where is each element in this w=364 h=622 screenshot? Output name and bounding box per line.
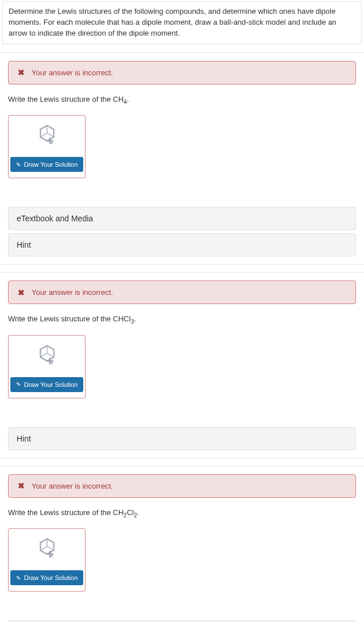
question-block-2: ✖ Your answer is incorrect. Write the Le… xyxy=(0,272,364,459)
x-icon: ✖ xyxy=(18,482,25,490)
etextbook-button[interactable]: eTextbook and Media xyxy=(8,207,356,230)
prompt-suffix: . xyxy=(137,508,140,517)
question-prompt: Write the Lewis structure of the CH4. xyxy=(8,95,356,105)
draw-solution-button[interactable]: ✎ Draw Your Solution xyxy=(10,377,84,392)
incorrect-alert: ✖ Your answer is incorrect. xyxy=(8,474,356,498)
pencil-icon: ✎ xyxy=(16,381,21,387)
hint-button[interactable]: Hint xyxy=(8,233,356,256)
molecule-draw-icon xyxy=(36,124,59,147)
molecule-draw-icon xyxy=(36,537,59,560)
draw-button-label: Draw Your Solution xyxy=(24,381,78,388)
draw-solution-button[interactable]: ✎ Draw Your Solution xyxy=(10,570,84,585)
prompt-prefix: Write the Lewis structure of the CH xyxy=(8,508,123,517)
etextbook-label: eTextbook and Media xyxy=(17,214,93,223)
prompt-mid: Cl xyxy=(127,508,134,517)
question-prompt: Write the Lewis structure of the CH2Cl2. xyxy=(8,508,356,519)
intro-card: Determine the Lewis structures of the fo… xyxy=(2,1,362,44)
svg-point-0 xyxy=(51,142,52,144)
alert-message: Your answer is incorrect. xyxy=(32,288,113,297)
incorrect-alert: ✖ Your answer is incorrect. xyxy=(8,281,356,304)
draw-button-label: Draw Your Solution xyxy=(24,161,78,168)
draw-canvas-box: ✎ Draw Your Solution xyxy=(8,335,86,398)
alert-message: Your answer is incorrect. xyxy=(32,482,113,490)
x-icon: ✖ xyxy=(18,68,25,76)
hint-button[interactable]: Hint xyxy=(8,427,356,450)
svg-point-2 xyxy=(51,555,52,557)
draw-solution-button[interactable]: ✎ Draw Your Solution xyxy=(10,157,84,172)
question-block-1: ✖ Your answer is incorrect. Write the Le… xyxy=(0,52,364,266)
molecule-draw-icon xyxy=(36,344,59,367)
pencil-icon: ✎ xyxy=(16,162,21,168)
alert-message: Your answer is incorrect. xyxy=(32,68,113,77)
x-icon: ✖ xyxy=(18,289,25,297)
hint-label: Hint xyxy=(17,240,31,249)
incorrect-alert: ✖ Your answer is incorrect. xyxy=(8,61,356,85)
draw-canvas-box: ✎ Draw Your Solution xyxy=(8,528,86,592)
hint-label: Hint xyxy=(17,434,31,443)
question-prompt: Write the Lewis structure of the CHCl3. xyxy=(8,314,356,325)
prompt-prefix: Write the Lewis structure of the CH xyxy=(8,95,123,103)
question-block-3: ✖ Your answer is incorrect. Write the Le… xyxy=(0,466,364,622)
svg-point-1 xyxy=(51,362,52,363)
prompt-suffix: . xyxy=(134,314,136,323)
pencil-icon: ✎ xyxy=(16,575,21,581)
prompt-suffix: . xyxy=(127,95,129,103)
intro-text: Determine the Lewis structures of the fo… xyxy=(9,7,336,37)
prompt-prefix: Write the Lewis structure of the CHCl xyxy=(8,314,131,323)
draw-button-label: Draw Your Solution xyxy=(24,574,78,581)
draw-canvas-box: ✎ Draw Your Solution xyxy=(8,115,86,178)
